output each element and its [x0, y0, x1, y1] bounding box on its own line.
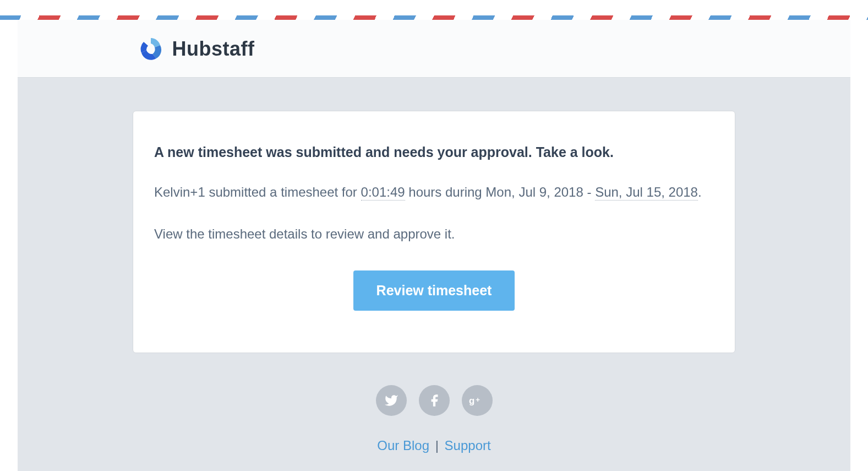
support-link[interactable]: Support: [445, 438, 491, 453]
hours-value: 0:01:49: [361, 185, 405, 201]
body-mid: hours during Mon, Jul 9, 2018 -: [405, 185, 596, 199]
twitter-icon[interactable]: [376, 385, 407, 416]
date-end: Sun, Jul 15, 2018: [595, 185, 698, 201]
hubstaff-logo-icon: [137, 35, 165, 63]
body-prefix: Kelvin+1 submitted a timesheet for: [154, 185, 361, 199]
message-card: A new timesheet was submitted and needs …: [133, 111, 735, 353]
email-footer: g + Our Blog | Support: [18, 385, 850, 453]
social-icons-row: g +: [18, 385, 850, 416]
message-instruction: View the timesheet details to review and…: [154, 224, 714, 244]
svg-text:+: +: [476, 396, 480, 404]
footer-links: Our Blog | Support: [18, 438, 850, 453]
body-suffix: .: [698, 185, 702, 199]
footer-divider: |: [432, 438, 443, 453]
brand-name: Hubstaff: [172, 37, 255, 61]
facebook-icon[interactable]: [419, 385, 450, 416]
airmail-stripe: [0, 15, 868, 20]
google-plus-icon[interactable]: g +: [462, 385, 493, 416]
brand-logo: Hubstaff: [137, 35, 737, 63]
blog-link[interactable]: Our Blog: [377, 438, 429, 453]
email-header: Hubstaff: [18, 20, 850, 78]
svg-text:g: g: [469, 396, 474, 406]
message-body: Kelvin+1 submitted a timesheet for 0:01:…: [154, 182, 714, 202]
email-body-area: A new timesheet was submitted and needs …: [18, 78, 850, 471]
review-timesheet-button[interactable]: Review timesheet: [353, 270, 515, 311]
message-heading: A new timesheet was submitted and needs …: [154, 144, 714, 160]
